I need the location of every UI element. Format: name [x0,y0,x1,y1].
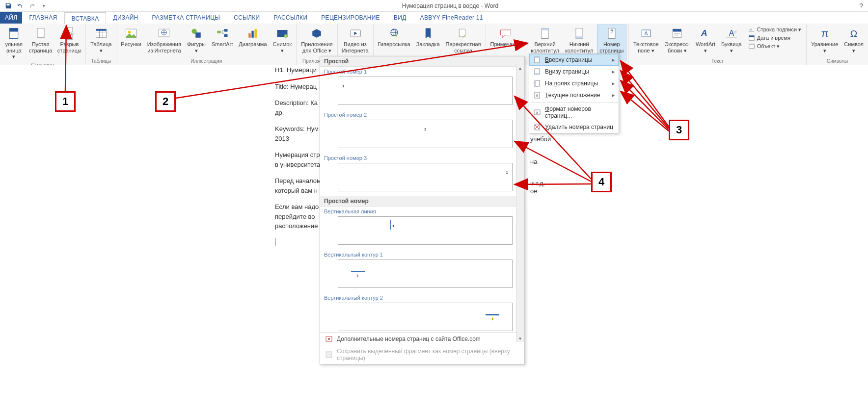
textbox-button[interactable]: AТекстовоеполе ▾ [631,25,661,55]
gallery-item-vcontour-1[interactable]: Вертикальный контур 1 [320,250,524,259]
gallery-item-vcontour-2[interactable]: Вертикальный контур 2 [320,293,524,302]
annotation-callout-1: 1 [55,91,76,112]
group-text: AТекстовоеполе ▾ Экспресс-блоки ▾ AWordA… [629,24,807,65]
group-illustrations: Рисунки Изображенияиз Интернета Фигуры▾ … [116,24,297,65]
tab-view[interactable]: ВИД [387,12,413,24]
symbol-button[interactable]: ΩСимвол▾ [841,25,866,55]
object-button[interactable]: Объект ▾ [747,42,803,50]
quick-access-toolbar: ▾ [0,0,52,12]
svg-rect-46 [733,32,736,33]
page-number-gallery: Простой Простой номер 1 1 Простой номер … [320,56,525,364]
shapes-button[interactable]: Фигуры▾ [185,25,208,55]
svg-rect-19 [224,29,227,31]
pn-bottom-of-page[interactable]: Внизу страницы ▶ [529,66,619,78]
tab-design[interactable]: ДИЗАЙН [106,12,145,24]
svg-text:#: # [536,93,539,98]
svg-rect-1 [10,28,19,32]
save-selection-as-pn: Сохранить выделенный фрагмент как номер … [320,345,524,364]
svg-rect-11 [96,29,106,31]
quickparts-button[interactable]: Экспресс-блоки ▾ [662,25,692,55]
equation-button[interactable]: πУравнение▾ [809,25,841,55]
window-title: Нумерация страниц в ворде - Word [52,2,848,9]
more-page-numbers-office[interactable]: Дополнительные номера страниц с сайта Of… [320,333,524,345]
tab-abbyy[interactable]: ABBYY FineReader 11 [413,12,490,24]
pn-page-margins[interactable]: На полях страницы ▶ [529,78,619,89]
svg-text:A: A [644,30,648,36]
tab-layout[interactable]: РАЗМЕТКА СТРАНИЦЫ [145,12,227,24]
ribbon-tabs: АЙЛ ГЛАВНАЯ ВСТАВКА ДИЗАЙН РАЗМЕТКА СТРА… [0,12,868,24]
gallery-item-vline[interactable]: Вертикальная линия [320,207,524,215]
page-number-menu: Вверху страницы ▶ Внизу страницы ▶ На по… [529,53,619,133]
annotation-callout-4: 4 [591,172,612,192]
page-break-button[interactable]: Разрывстраницы [55,25,84,55]
group-tables: Таблица▾ Таблицы [86,24,116,65]
gallery-item-plain-1[interactable]: Простой номер 1 [320,67,524,76]
svg-rect-22 [251,31,253,38]
redo-button[interactable] [27,1,37,11]
group-pages: ульнаяаница ▾ Пустаястраница Разрывстран… [0,24,86,65]
tab-home[interactable]: ГЛАВНАЯ [22,12,64,24]
office-apps-button[interactable]: Приложениядля Office ▾ [298,25,335,55]
svg-rect-17 [195,32,201,38]
svg-rect-4 [66,35,73,40]
table-button[interactable]: Таблица▾ [88,25,114,55]
svg-rect-45 [733,31,736,32]
chart-button[interactable]: Диаграмма [236,25,269,49]
tab-mailings[interactable]: РАССЫЛКИ [267,12,315,24]
cover-page-button[interactable]: ульнаяаница ▾ [2,25,26,61]
annotation-callout-3: 3 [669,120,689,140]
screenshot-button[interactable]: Снимок▾ [271,25,295,55]
bookmark-button[interactable]: Закладка [414,25,442,49]
svg-point-68 [328,338,330,340]
svg-rect-18 [217,31,220,33]
group-symbols: πУравнение▾ ΩСимвол▾ Символы [807,24,868,65]
svg-text:#: # [610,28,613,34]
pn-remove[interactable]: Удалить номера страниц [529,121,619,133]
tab-references[interactable]: ССЫЛКИ [227,12,267,24]
svg-rect-41 [674,33,680,34]
svg-rect-21 [248,33,250,38]
svg-rect-40 [673,29,682,31]
gallery-item-plain-3[interactable]: Простой номер 3 [320,153,524,162]
blank-page-button[interactable]: Пустаястраница [27,25,54,55]
svg-rect-51 [749,44,754,46]
online-pictures-button[interactable]: Изображенияиз Интернета [145,25,184,55]
svg-rect-47 [726,37,736,38]
online-video-button[interactable]: Видео изИнтернета [340,25,371,55]
save-button[interactable] [3,1,14,11]
svg-text:Ω: Ω [850,28,857,39]
tab-file[interactable]: АЙЛ [0,12,22,24]
comment-button[interactable]: Примечание [488,25,524,49]
pn-top-of-page[interactable]: Вверху страницы ▶ [529,54,619,66]
svg-rect-59 [535,80,536,86]
wordart-button[interactable]: AWordArt▾ [693,25,718,55]
svg-text:#: # [536,111,538,114]
annotation-callout-2: 2 [155,91,176,112]
svg-rect-69 [326,352,332,358]
gallery-item-plain-2[interactable]: Простой номер 2 [320,110,524,119]
svg-rect-55 [535,57,540,58]
svg-text:A: A [701,28,708,38]
tab-review[interactable]: РЕЦЕНЗИРОВАНИЕ [314,12,387,24]
svg-rect-49 [749,36,754,37]
pictures-button[interactable]: Рисунки [118,25,144,49]
svg-rect-34 [576,36,583,38]
svg-rect-3 [66,27,73,32]
svg-rect-23 [254,29,256,38]
qat-dropdown[interactable]: ▾ [38,1,49,11]
pn-format[interactable]: # Формат номеров страниц... [529,104,619,121]
date-time-button[interactable]: Дата и время [747,34,803,42]
hyperlink-button[interactable]: Гиперссылка [376,25,413,49]
smartart-button[interactable]: SmartArt [209,25,235,49]
help-button[interactable]: ? [848,2,868,10]
tab-insert[interactable]: ВСТАВКА [64,12,107,24]
undo-button[interactable] [15,1,26,11]
gallery-scrollbar[interactable]: ▲▼ [516,64,524,342]
pn-current-position[interactable]: # Текущее положение ▶ [529,89,619,101]
dropcap-button[interactable]: AБуквица▾ [719,25,744,55]
signature-line-button[interactable]: Строка подписи ▾ [747,26,803,33]
svg-text:π: π [821,27,829,39]
svg-rect-30 [459,29,465,37]
crossref-button[interactable]: Перекрестнаяссылка [443,25,484,55]
title-bar: ▾ Нумерация страниц в ворде - Word ? [0,0,868,12]
